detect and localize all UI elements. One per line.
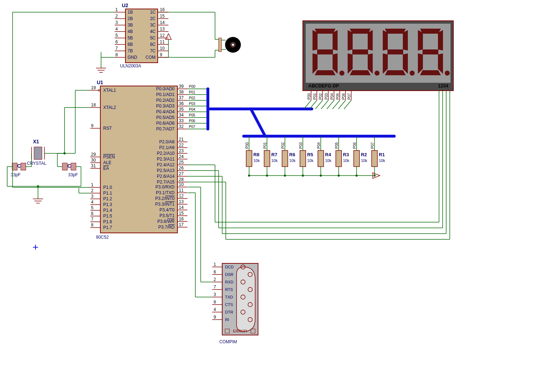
svg-point-14 — [232, 44, 234, 46]
svg-text:12: 12 — [179, 193, 184, 199]
svg-text:P0.3/AD3: P0.3/AD3 — [156, 104, 175, 109]
svg-text:P04: P04 — [317, 142, 321, 149]
svg-text:P02: P02 — [189, 96, 195, 100]
component-c1[interactable]: C1 33pF — [11, 163, 26, 177]
svg-text:14: 14 — [179, 205, 184, 210]
svg-text:RST: RST — [103, 126, 112, 131]
svg-text:P1.5: P1.5 — [103, 214, 112, 219]
svg-text:COM: COM — [146, 55, 156, 60]
cursor-marker — [33, 245, 38, 250]
svg-text:26: 26 — [179, 166, 184, 171]
svg-text:10k: 10k — [289, 158, 296, 163]
svg-line-382 — [321, 100, 328, 109]
svg-text:P3.4/T0: P3.4/T0 — [159, 207, 175, 212]
svg-text:P02: P02 — [281, 142, 285, 149]
svg-text:R1: R1 — [379, 152, 385, 157]
svg-text:7: 7 — [115, 46, 118, 51]
svg-text:1B: 1B — [128, 10, 133, 15]
svg-text:5: 5 — [115, 33, 118, 38]
svg-text:5C: 5C — [150, 35, 156, 40]
svg-rect-109 — [246, 150, 252, 167]
power-arrow — [166, 34, 171, 39]
svg-text:7C: 7C — [150, 48, 156, 53]
svg-text:TXD: TXD — [225, 295, 233, 299]
svg-point-148 — [373, 175, 376, 177]
svg-point-68 — [339, 71, 344, 76]
svg-text:4C: 4C — [150, 29, 156, 34]
svg-text:P0.2/AD2: P0.2/AD2 — [156, 98, 175, 103]
svg-marker-80 — [383, 30, 388, 51]
svg-text:R6: R6 — [289, 152, 295, 157]
svg-text:4: 4 — [91, 200, 94, 205]
svg-text:P2.1/A9: P2.1/A9 — [159, 145, 175, 150]
component-x1[interactable]: X1 CRYSTAL — [27, 139, 47, 166]
svg-text:25: 25 — [179, 160, 184, 165]
svg-text:10k: 10k — [361, 158, 367, 163]
svg-text:2B: 2B — [128, 16, 133, 21]
svg-text:P07: P07 — [347, 93, 351, 100]
svg-text:1: 1 — [115, 7, 118, 12]
svg-text:32: 32 — [179, 124, 184, 129]
svg-line-394 — [344, 100, 351, 109]
svg-rect-28 — [62, 163, 67, 170]
svg-text:RXD: RXD — [225, 280, 233, 284]
component-buzzer[interactable] — [219, 37, 241, 53]
svg-text:XTAL1: XTAL1 — [103, 88, 116, 93]
svg-text:R2: R2 — [361, 152, 367, 157]
svg-text:16: 16 — [179, 216, 184, 221]
svg-text:10k: 10k — [307, 158, 314, 163]
svg-text:P04: P04 — [330, 93, 334, 100]
svg-text:DCD: DCD — [225, 265, 234, 269]
svg-text:CTS: CTS — [225, 302, 233, 307]
svg-marker-61 — [315, 29, 335, 34]
svg-text:P03: P03 — [299, 142, 303, 149]
svg-text:38: 38 — [179, 90, 184, 95]
svg-text:DTR: DTR — [225, 310, 233, 314]
svg-text:11: 11 — [179, 188, 184, 193]
svg-text:2C: 2C — [150, 16, 156, 21]
svg-text:21: 21 — [179, 137, 184, 142]
svg-text:11: 11 — [160, 39, 165, 44]
svg-text:P05: P05 — [336, 93, 340, 100]
svg-text:P05: P05 — [335, 142, 339, 149]
svg-text:COMPIM: COMPIM — [219, 339, 237, 344]
svg-text:P2.7/A15: P2.7/A15 — [157, 180, 175, 185]
svg-text:P2.6/A14: P2.6/A14 — [157, 174, 175, 179]
svg-marker-77 — [385, 29, 406, 34]
svg-text:P01: P01 — [263, 142, 267, 149]
svg-text:P07: P07 — [371, 142, 375, 149]
svg-text:P2.2/A10: P2.2/A10 — [157, 151, 175, 156]
component-c2[interactable]: C2 33pF — [62, 163, 78, 177]
svg-text:24: 24 — [179, 154, 184, 159]
svg-text:R8: R8 — [253, 152, 259, 157]
svg-text:3: 3 — [91, 194, 94, 199]
svg-text:2: 2 — [91, 188, 94, 193]
svg-text:19: 19 — [91, 85, 96, 90]
svg-text:2: 2 — [115, 14, 118, 19]
svg-marker-87 — [420, 70, 441, 75]
svg-text:13: 13 — [160, 27, 165, 32]
svg-text:P3.3/INT1: P3.3/INT1 — [155, 202, 175, 207]
svg-text:9: 9 — [160, 52, 162, 57]
svg-marker-86 — [423, 49, 438, 54]
svg-text:36: 36 — [179, 101, 184, 106]
svg-text:X1: X1 — [33, 139, 39, 144]
svg-text:5: 5 — [91, 205, 94, 210]
svg-text:R7: R7 — [271, 152, 277, 157]
svg-text:27: 27 — [179, 171, 184, 176]
svg-text:4: 4 — [115, 27, 118, 32]
svg-rect-139 — [354, 150, 359, 167]
svg-text:34: 34 — [179, 113, 184, 118]
svg-text:3: 3 — [115, 20, 118, 25]
svg-text:33pF: 33pF — [68, 172, 78, 177]
svg-rect-119 — [282, 150, 288, 167]
svg-marker-73 — [368, 30, 373, 51]
svg-text:10k: 10k — [343, 158, 349, 163]
svg-text:P3.0/RXD: P3.0/RXD — [156, 185, 175, 190]
svg-text:P1.4: P1.4 — [103, 208, 112, 213]
svg-text:10: 10 — [179, 182, 184, 187]
svg-text:37: 37 — [179, 95, 184, 100]
svg-marker-79 — [385, 70, 406, 75]
svg-marker-64 — [313, 30, 318, 51]
svg-text:P01: P01 — [189, 90, 195, 94]
